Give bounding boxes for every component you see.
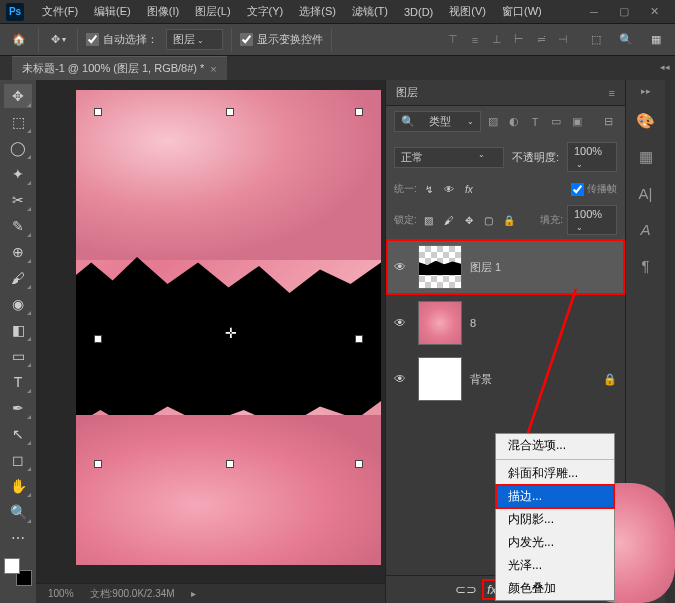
panel-menu-icon[interactable]: ≡	[609, 87, 615, 99]
color-swatches[interactable]	[4, 558, 32, 586]
menu-type[interactable]: 文字(Y)	[239, 4, 292, 19]
document-tab[interactable]: 未标题-1 @ 100% (图层 1, RGB/8#) * ×	[12, 56, 227, 80]
filter-smartobj-icon[interactable]: ▣	[568, 114, 586, 130]
maximize-button[interactable]: ▢	[609, 2, 639, 22]
healing-tool[interactable]: ⊕	[4, 240, 32, 264]
fx-inner-glow[interactable]: 内发光...	[496, 531, 614, 554]
opacity-input[interactable]: 100% ⌄	[567, 142, 617, 172]
filter-adjustment-icon[interactable]: ◐	[505, 114, 523, 130]
visibility-icon[interactable]: 👁	[394, 316, 410, 330]
menu-file[interactable]: 文件(F)	[34, 4, 86, 19]
menu-image[interactable]: 图像(I)	[139, 4, 187, 19]
transform-handle-mr[interactable]	[355, 335, 363, 343]
minimize-button[interactable]: ─	[579, 2, 609, 22]
menu-filter[interactable]: 滤镜(T)	[344, 4, 396, 19]
close-button[interactable]: ✕	[639, 2, 669, 22]
transform-handle-tl[interactable]	[94, 108, 102, 116]
unify-style-icon[interactable]: fx	[461, 181, 477, 197]
align-top-icon[interactable]: ⊤	[443, 30, 463, 50]
menu-layer[interactable]: 图层(L)	[187, 4, 238, 19]
menu-3d[interactable]: 3D(D)	[396, 6, 441, 18]
color-panel-icon[interactable]: 🎨	[635, 110, 657, 132]
filter-type-dropdown[interactable]: 🔍类型⌄	[394, 111, 481, 132]
transform-handle-br[interactable]	[355, 460, 363, 468]
filter-image-icon[interactable]: ▨	[484, 114, 502, 130]
fx-color-overlay[interactable]: 颜色叠加	[496, 577, 614, 600]
type-tool[interactable]: T	[4, 370, 32, 394]
unify-position-icon[interactable]: ↯	[421, 181, 437, 197]
transform-handle-tr[interactable]	[355, 108, 363, 116]
shape-tool[interactable]: ◻	[4, 448, 32, 472]
transform-center-icon[interactable]: ✛	[225, 325, 237, 341]
paragraph-styles-icon[interactable]: ¶	[635, 254, 657, 276]
filter-toggle-icon[interactable]: ⊟	[599, 114, 617, 130]
brush-tool[interactable]: 🖌	[4, 266, 32, 290]
paragraph-panel-icon[interactable]: A	[635, 218, 657, 240]
layer-thumbnail[interactable]	[418, 245, 462, 289]
layer-item-background[interactable]: 👁 背景 🔒	[386, 351, 625, 407]
fx-blending-options[interactable]: 混合选项...	[496, 434, 614, 457]
layer-name-label[interactable]: 背景	[470, 372, 492, 387]
align-left-icon[interactable]: ⊢	[509, 30, 529, 50]
auto-select-target-dropdown[interactable]: 图层⌄	[166, 29, 223, 50]
hand-tool[interactable]: ✋	[4, 474, 32, 498]
gradient-tool[interactable]: ▭	[4, 344, 32, 368]
home-icon[interactable]: 🏠	[8, 29, 30, 51]
canvas-area[interactable]: ✛ 100% 文档:900.0K/2.34M ▸	[36, 80, 385, 603]
pen-tool[interactable]: ✒	[4, 396, 32, 420]
unify-visibility-icon[interactable]: 👁	[441, 181, 457, 197]
fill-input[interactable]: 100% ⌄	[567, 205, 617, 235]
filter-type-icon[interactable]: T	[526, 114, 544, 130]
menu-edit[interactable]: 编辑(E)	[86, 4, 139, 19]
fx-stroke[interactable]: 描边...	[496, 485, 614, 508]
collapse-toggle-icon[interactable]: ▸▸	[641, 86, 651, 96]
workspace-icon[interactable]: ▦	[645, 29, 667, 51]
crop-tool[interactable]: ✂	[4, 188, 32, 212]
layer-thumbnail[interactable]	[418, 357, 462, 401]
menu-view[interactable]: 视图(V)	[441, 4, 494, 19]
eraser-tool[interactable]: ◧	[4, 318, 32, 342]
zoom-tool[interactable]: 🔍	[4, 500, 32, 524]
lock-all-icon[interactable]: 🔒	[501, 212, 517, 228]
collapse-arrows-icon[interactable]: ◂◂	[660, 62, 670, 72]
lock-position-icon[interactable]: ✥	[461, 212, 477, 228]
link-icon[interactable]: ⊂⊃	[455, 582, 477, 597]
lock-transparency-icon[interactable]: ▨	[421, 212, 437, 228]
fx-bevel-emboss[interactable]: 斜面和浮雕...	[496, 462, 614, 485]
menu-select[interactable]: 选择(S)	[291, 4, 344, 19]
transform-handle-bc[interactable]	[226, 460, 234, 468]
blend-mode-dropdown[interactable]: 正常⌄	[394, 147, 504, 168]
layer-thumbnail[interactable]	[418, 301, 462, 345]
propagate-checkbox[interactable]: 传播帧	[571, 182, 617, 196]
align-hcenter-icon[interactable]: ≓	[531, 30, 551, 50]
transform-handle-ml[interactable]	[94, 335, 102, 343]
tab-close-icon[interactable]: ×	[210, 63, 216, 75]
3d-mode-icon[interactable]: ⬚	[585, 29, 607, 51]
edit-toolbar[interactable]: ⋯	[4, 526, 32, 550]
layer-name-label[interactable]: 图层 1	[470, 260, 501, 275]
transform-handle-tc[interactable]	[226, 108, 234, 116]
lasso-tool[interactable]: ◯	[4, 136, 32, 160]
fx-inner-shadow[interactable]: 内阴影...	[496, 508, 614, 531]
visibility-icon[interactable]: 👁	[394, 372, 410, 386]
visibility-icon[interactable]: 👁	[394, 260, 410, 274]
layer-item-1[interactable]: 👁 图层 1	[386, 239, 625, 295]
magic-wand-tool[interactable]: ✦	[4, 162, 32, 186]
marquee-tool[interactable]: ⬚	[4, 110, 32, 134]
filter-shape-icon[interactable]: ▭	[547, 114, 565, 130]
stamp-tool[interactable]: ◉	[4, 292, 32, 316]
align-bottom-icon[interactable]: ⊥	[487, 30, 507, 50]
align-right-icon[interactable]: ⊣	[553, 30, 573, 50]
align-vcenter-icon[interactable]: ≡	[465, 30, 485, 50]
show-transform-checkbox[interactable]: 显示变换控件	[240, 32, 323, 47]
status-caret-icon[interactable]: ▸	[191, 588, 196, 599]
foreground-color[interactable]	[4, 558, 20, 574]
layer-item-8[interactable]: 👁 8	[386, 295, 625, 351]
lock-icon[interactable]: 🔒	[603, 373, 617, 386]
layers-tab[interactable]: 图层	[396, 85, 418, 100]
swatches-panel-icon[interactable]: ▦	[635, 146, 657, 168]
lock-image-icon[interactable]: 🖌	[441, 212, 457, 228]
search-icon[interactable]: 🔍	[615, 29, 637, 51]
character-panel-icon[interactable]: A|	[635, 182, 657, 204]
fx-satin[interactable]: 光泽...	[496, 554, 614, 577]
